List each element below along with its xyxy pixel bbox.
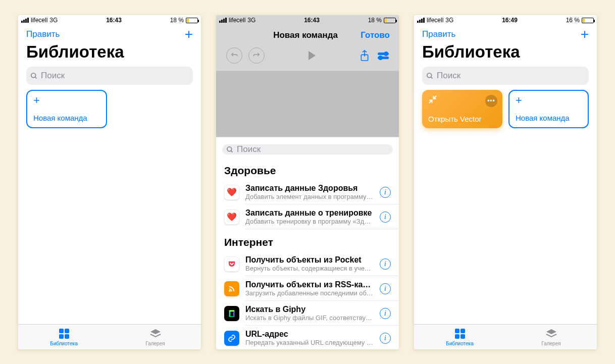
action-row[interactable]: ❤️ Записать данные о тренировке Добавить…	[216, 204, 399, 229]
nav-bar: Править +	[18, 25, 201, 41]
tab-library-label: Библиотека	[50, 341, 77, 346]
play-button[interactable]	[309, 51, 316, 60]
battery-icon	[384, 18, 396, 23]
new-shortcut-label: Новая команда	[33, 114, 100, 122]
signal-icon	[219, 18, 227, 23]
battery-pct: 18 %	[368, 17, 382, 24]
actions-sheet: Поиск Здоровье ❤️ Записать данные Здоров…	[216, 137, 399, 349]
network-label: 3G	[49, 17, 58, 24]
content-area: ••• Открыть Vector + Новая команда	[414, 90, 597, 324]
svg-rect-18	[455, 334, 459, 339]
svg-rect-3	[65, 329, 69, 333]
undo-button[interactable]	[226, 47, 242, 64]
tab-gallery[interactable]: Галерея	[505, 325, 597, 349]
status-bar: lifecell 3G 16:43 18 %	[18, 15, 201, 25]
section-header-health: Здоровье	[216, 158, 399, 180]
tab-library[interactable]: Библиотека	[18, 325, 110, 349]
signal-icon	[417, 18, 425, 23]
row-sub: Добавить тренировку в программу «Здоровь…	[245, 218, 374, 225]
modal-nav: Новая команда Готово	[216, 25, 399, 43]
giphy-icon	[224, 306, 239, 321]
new-shortcut-tile[interactable]: + Новая команда	[508, 90, 589, 128]
svg-line-1	[35, 77, 36, 78]
action-row[interactable]: URL-адрес Передать указанный URL следующ…	[216, 326, 399, 349]
plus-icon: +	[33, 96, 100, 105]
info-button[interactable]: i	[380, 212, 391, 223]
grid-icon	[58, 328, 70, 340]
carrier-label: lifecell	[31, 17, 47, 24]
search-input[interactable]: Поиск	[422, 67, 589, 85]
plus-icon: +	[516, 96, 582, 105]
svg-rect-17	[460, 329, 465, 333]
heart-icon: ❤️	[224, 185, 239, 200]
tab-library[interactable]: Библиотека	[414, 325, 505, 349]
row-title: Получить объекты из RSS-канала	[245, 280, 374, 289]
edit-button[interactable]: Править	[422, 29, 455, 39]
svg-rect-4	[59, 334, 64, 339]
add-button[interactable]: +	[185, 29, 193, 39]
vector-tile-label: Открыть Vector	[428, 115, 496, 123]
vector-shortcut-tile[interactable]: ••• Открыть Vector	[422, 90, 502, 128]
info-button[interactable]: i	[380, 333, 391, 344]
search-placeholder: Поиск	[41, 71, 65, 81]
status-time: 16:43	[106, 17, 122, 24]
info-button[interactable]: i	[380, 283, 391, 294]
action-row[interactable]: Получить объекты из Pocket Вернуть объек…	[216, 251, 399, 276]
tab-gallery[interactable]: Галерея	[110, 325, 201, 349]
row-title: Записать данные Здоровья	[245, 184, 374, 193]
svg-point-14	[427, 73, 432, 77]
section-header-internet: Интернет	[216, 229, 399, 251]
battery-icon	[186, 18, 198, 23]
search-placeholder: Поиск	[237, 144, 261, 154]
more-button[interactable]: •••	[485, 95, 497, 107]
row-sub: Вернуть объекты, содержащиеся в учетной …	[245, 265, 374, 272]
svg-rect-5	[65, 334, 69, 339]
layers-icon	[545, 328, 557, 340]
screen-new-shortcut: lifecell 3G 16:43 18 % Новая команда Гот…	[216, 15, 399, 349]
search-input[interactable]: Поиск	[222, 144, 393, 154]
row-sub: Передать указанный URL следующему дейст…	[245, 339, 374, 346]
canvas-area[interactable]	[216, 71, 399, 137]
search-placeholder: Поиск	[437, 71, 460, 81]
info-button[interactable]: i	[380, 258, 391, 270]
modal-title: Новая команда	[273, 30, 338, 40]
settings-button[interactable]	[378, 53, 389, 59]
rss-icon	[224, 281, 239, 296]
new-shortcut-tile[interactable]: + Новая команда	[26, 90, 107, 128]
collapse-icon	[428, 95, 437, 104]
status-time: 16:49	[502, 17, 518, 24]
action-row[interactable]: Искать в Giphy Искать в Giphy файлы GIF,…	[216, 301, 399, 326]
page-title: Библиотека	[414, 41, 597, 65]
share-button[interactable]	[360, 49, 370, 62]
search-icon	[30, 72, 38, 80]
row-sub: Искать в Giphy файлы GIF, соответствующи…	[245, 314, 374, 322]
svg-line-15	[431, 77, 432, 78]
carrier-label: lifecell	[427, 17, 443, 24]
svg-point-7	[227, 146, 232, 151]
add-button[interactable]: +	[581, 29, 589, 39]
info-button[interactable]: i	[380, 308, 391, 319]
svg-line-8	[231, 150, 232, 152]
edit-button[interactable]: Править	[26, 29, 60, 39]
link-icon	[224, 331, 239, 346]
svg-rect-2	[59, 329, 64, 333]
row-title: Искать в Giphy	[245, 305, 374, 314]
battery-icon	[582, 18, 594, 23]
toolbar	[216, 43, 399, 71]
svg-point-0	[31, 73, 36, 77]
info-button[interactable]: i	[380, 187, 391, 198]
status-time: 16:43	[304, 17, 320, 24]
action-row[interactable]: Получить объекты из RSS-канала Загрузить…	[216, 276, 399, 301]
svg-rect-13	[229, 310, 234, 311]
battery-pct: 16 %	[566, 17, 580, 24]
search-icon	[426, 72, 434, 80]
action-row[interactable]: ❤️ Записать данные Здоровья Добавить эле…	[216, 180, 399, 204]
done-button[interactable]: Готово	[361, 30, 390, 40]
tab-bar: Библиотека Галерея	[414, 324, 597, 349]
search-input[interactable]: Поиск	[26, 67, 193, 85]
tab-gallery-label: Галерея	[541, 341, 560, 346]
content-area: + Новая команда	[18, 90, 201, 324]
status-bar: lifecell 3G 16:49 16 %	[414, 15, 597, 25]
redo-button[interactable]	[248, 47, 265, 64]
screen-library-empty: lifecell 3G 16:43 18 % Править + Библиот…	[18, 15, 201, 349]
